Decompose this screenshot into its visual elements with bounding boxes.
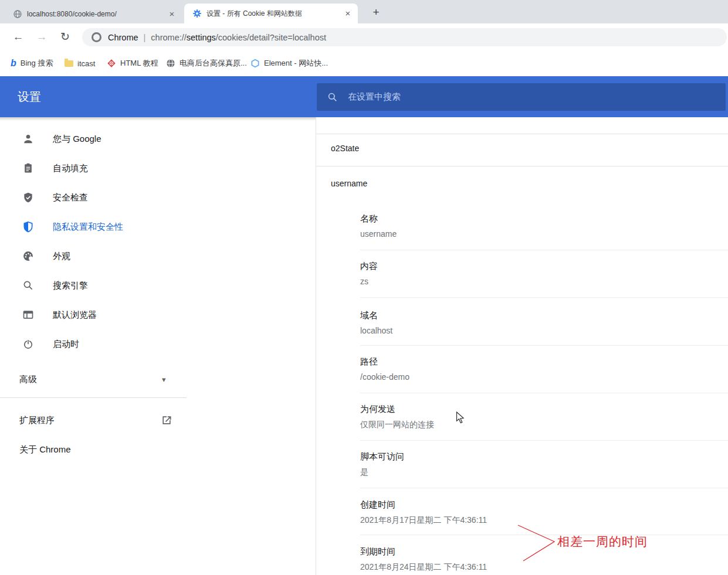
address-app-name: Chrome [108, 33, 138, 42]
search-icon [327, 91, 338, 103]
gear-icon [192, 9, 202, 18]
sidebar-item-label: 默认浏览器 [53, 309, 97, 321]
tab-title: 设置 - 所有 Cookie 和网站数据 [206, 9, 343, 19]
mouse-cursor [456, 411, 465, 424]
close-icon[interactable]: × [343, 8, 353, 19]
globe-icon [13, 9, 22, 19]
chrome-logo-icon [92, 32, 101, 42]
sidebar-divider [0, 397, 187, 398]
detail-created: 创建时间 2021年8月17日星期二 下午4:36:11 [360, 499, 487, 525]
extensions-label: 扩展程序 [19, 415, 55, 426]
detail-content: 内容 zs [360, 260, 378, 287]
divider [316, 166, 728, 166]
back-button[interactable]: ← [10, 29, 26, 45]
shield-half-icon [22, 221, 34, 233]
detail-value: 是 [360, 467, 404, 477]
detail-path: 路径 /cookie-demo [360, 356, 409, 382]
sidebar-item-label: 您与 Google [53, 134, 101, 145]
cookie-row-username[interactable]: username [331, 179, 367, 188]
sidebar-item-on-startup[interactable]: 启动时 [0, 329, 194, 359]
external-link-icon [161, 414, 172, 426]
about-label: 关于 Chrome [19, 444, 71, 455]
advanced-label: 高级 [19, 374, 37, 385]
divider [316, 134, 728, 134]
divider [360, 250, 728, 250]
tab-title: localhost:8080/cookie-demo/ [27, 10, 167, 18]
detail-label: 路径 [360, 356, 409, 368]
divider [360, 440, 728, 441]
bookmark-label: HTML 教程 [120, 58, 158, 69]
sidebar-item-autofill[interactable]: 自动填充 [0, 154, 194, 183]
bookmark-itcast[interactable]: itcast [65, 50, 95, 76]
bookmark-ecommerce[interactable]: 电商后台高保真原... [166, 50, 247, 76]
address-url-path: /cookies/detail?site=localhost [216, 33, 326, 42]
globe-icon [166, 59, 175, 68]
sidebar-item-search-engine[interactable]: 搜索引擎 [0, 271, 194, 300]
tab-settings[interactable]: 设置 - 所有 Cookie 和网站数据 × [184, 4, 358, 23]
sidebar-item-you-and-google[interactable]: 您与 Google [0, 124, 194, 154]
sidebar-item-safety-check[interactable]: 安全检查 [0, 183, 194, 212]
clipboard-icon [22, 162, 34, 174]
search-placeholder: 在设置中搜索 [348, 91, 401, 103]
detail-send-for: 为何发送 仅限同一网站的连接 [360, 403, 434, 430]
folder-icon [65, 60, 73, 67]
sidebar-item-label: 自动填充 [53, 163, 88, 174]
settings-header: 设置 在设置中搜索 [0, 76, 728, 117]
bookmarks-bar: b Bing 搜索 itcast HTML 教程 电商后台高保真原... Ele… [0, 50, 728, 76]
person-icon [22, 133, 34, 145]
settings-search-input[interactable]: 在设置中搜索 [317, 83, 726, 111]
bookmark-label: Element - 网站快... [264, 58, 328, 69]
new-tab-button[interactable]: + [368, 5, 384, 19]
advanced-toggle[interactable]: 高级 ▾ [0, 365, 194, 394]
divider [360, 345, 728, 346]
divider [360, 535, 728, 535]
divider [360, 393, 728, 393]
sidebar-item-default-browser[interactable]: 默认浏览器 [0, 300, 194, 329]
sidebar-item-appearance[interactable]: 外观 [0, 241, 194, 271]
detail-value: username [360, 229, 397, 239]
sidebar-item-extensions[interactable]: 扩展程序 [0, 406, 194, 435]
bookmark-label: 电商后台高保真原... [180, 58, 247, 69]
bookmark-element[interactable]: Element - 网站快... [250, 50, 328, 76]
sidebar-item-label: 启动时 [53, 339, 79, 350]
address-bar[interactable]: Chrome | chrome://settings/cookies/detai… [82, 28, 727, 46]
detail-value: 仅限同一网站的连接 [360, 419, 434, 430]
detail-value: localhost [360, 325, 392, 336]
chevron-down-icon: ▾ [162, 375, 166, 384]
bookmark-label: Bing 搜索 [21, 58, 53, 69]
detail-value: /cookie-demo [360, 372, 409, 382]
detail-label: 创建时间 [360, 499, 487, 511]
detail-label: 域名 [360, 309, 392, 321]
address-url-host: settings [187, 33, 216, 42]
address-url-prefix: chrome:// [151, 33, 186, 42]
palette-icon [22, 250, 34, 262]
sidebar-item-privacy-security[interactable]: 隐私设置和安全性 [0, 212, 194, 241]
tab-localhost[interactable]: localhost:8080/cookie-demo/ × [6, 4, 182, 23]
forward-button[interactable]: → [33, 29, 50, 45]
browser-window-icon [22, 309, 34, 321]
detail-label: 内容 [360, 260, 378, 272]
divider [360, 297, 728, 298]
bing-icon: b [11, 58, 16, 69]
bookmark-bing[interactable]: b Bing 搜索 [11, 50, 53, 76]
cookie-row-o2state[interactable]: o2State [331, 144, 359, 153]
sidebar-item-label: 安全检查 [53, 192, 88, 203]
address-separator: | [144, 33, 146, 42]
detail-value: 2021年8月17日星期二 下午4:36:11 [360, 515, 487, 525]
sidebar-item-about-chrome[interactable]: 关于 Chrome [0, 435, 194, 464]
shield-check-icon [22, 192, 34, 203]
toolbar: ← → ↻ Chrome | chrome://settings/cookies… [0, 23, 728, 50]
detail-label: 为何发送 [360, 403, 434, 415]
tab-strip: localhost:8080/cookie-demo/ × 设置 - 所有 Co… [0, 0, 728, 23]
detail-name: 名称 username [360, 213, 397, 239]
detail-domain: 域名 localhost [360, 309, 392, 336]
reload-button[interactable]: ↻ [57, 29, 73, 45]
sidebar-item-label: 搜索引擎 [53, 280, 88, 291]
annotation-text: 相差一周的时间 [557, 533, 648, 550]
detail-label: 脚本可访问 [360, 451, 404, 462]
sidebar-item-label: 隐私设置和安全性 [53, 222, 123, 233]
close-icon[interactable]: × [167, 9, 177, 19]
bookmark-html-tutorial[interactable]: HTML 教程 [107, 50, 158, 76]
detail-script-accessible: 脚本可访问 是 [360, 451, 404, 477]
element-icon [250, 59, 260, 68]
